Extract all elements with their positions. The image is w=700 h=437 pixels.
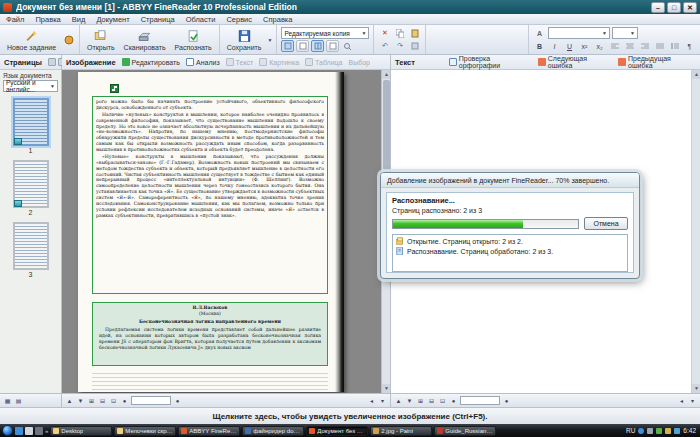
page-thumbnail-1[interactable]: 1 <box>13 98 49 154</box>
superscript-button[interactable]: x² <box>578 40 591 52</box>
italic-button[interactable]: I <box>548 40 561 52</box>
zoom-window-icon[interactable] <box>341 40 354 52</box>
next-error-button[interactable]: Следующая ошибка <box>538 55 612 69</box>
minimize-button[interactable]: – <box>651 2 665 13</box>
bold-button[interactable]: B <box>533 40 546 52</box>
fit-auto-icon[interactable]: ⊡ <box>109 396 118 405</box>
status-bar[interactable]: Щелкните здесь, чтобы увидеть увеличенно… <box>0 407 700 424</box>
text-fit-auto-icon[interactable]: ⊡ <box>438 396 447 405</box>
menu-edit[interactable]: Правка <box>35 15 60 24</box>
align-left-icon[interactable] <box>608 40 621 52</box>
taskbar-item-melochevki[interactable]: Мелочевки скри... <box>114 426 176 436</box>
save-button[interactable]: Сохранить <box>224 28 265 52</box>
underline-button[interactable]: U <box>563 40 576 52</box>
open-button[interactable]: Открыть <box>84 28 118 52</box>
page-thumbnail-2[interactable]: 2 <box>13 160 49 216</box>
align-right-icon[interactable] <box>638 40 651 52</box>
new-task-button[interactable]: Новое задание <box>4 28 59 52</box>
text-area-button[interactable]: Текст <box>226 58 254 66</box>
layout-image-toggle[interactable] <box>296 40 309 52</box>
text-fit-page-icon[interactable]: ⊟ <box>427 396 436 405</box>
layout-split-toggle[interactable] <box>311 40 324 52</box>
image-pane-collapse-icon[interactable]: ▾ <box>378 396 387 405</box>
subscript-button[interactable]: x₂ <box>593 40 606 52</box>
taskbar-item-document-active[interactable]: Документ без им... <box>306 426 368 436</box>
next-page-icon[interactable]: ▼ <box>76 396 85 405</box>
selected-text-area[interactable]: В.Л.Васюков (Москва) Бесконечнозначная л… <box>92 302 328 366</box>
quick-launch-overflow-icon[interactable]: » <box>45 428 48 434</box>
volume-tray-icon[interactable] <box>674 428 680 434</box>
assistant-icon[interactable] <box>62 34 75 46</box>
picture-area-button[interactable]: Картинка <box>259 58 299 66</box>
menu-help[interactable]: Справка <box>263 15 292 24</box>
prev-page-icon[interactable]: ▲ <box>65 396 74 405</box>
text-fit-width-icon[interactable]: ⊞ <box>416 396 425 405</box>
language-indicator[interactable]: RU <box>626 427 635 434</box>
delete-icon[interactable]: ✕ <box>378 27 391 39</box>
layout-text-toggle[interactable] <box>326 40 339 52</box>
text-zoom-combo[interactable] <box>460 396 500 405</box>
redo-icon[interactable]: ↷ <box>393 40 406 52</box>
taskbar-item-pdf[interactable]: Guide_Russian.pdf... <box>434 426 496 436</box>
cancel-button[interactable]: Отмена <box>584 217 628 230</box>
mail-icon[interactable] <box>25 427 33 435</box>
scanned-page[interactable]: рого можно было бы начинать построение у… <box>78 72 344 392</box>
zoom-out-icon[interactable]: ● <box>120 396 129 405</box>
help-tray-icon[interactable] <box>638 428 644 434</box>
paragraph-icon[interactable]: ¶ <box>683 40 696 52</box>
antivirus-tray-icon[interactable] <box>656 428 662 434</box>
image-pane-expand-icon[interactable]: ◂ <box>367 396 376 405</box>
font-color-icon[interactable]: A <box>533 27 546 39</box>
status-bar-hint[interactable]: Щелкните здесь, чтобы увидеть увеличенно… <box>212 412 487 421</box>
text-zoom-in-icon[interactable]: ● <box>502 396 511 405</box>
analyze-button[interactable]: Анализ <box>186 58 220 66</box>
save-dropdown-arrow-icon[interactable]: ▼ <box>267 37 272 43</box>
recognize-button[interactable]: Распознать <box>172 28 215 52</box>
taskbar-item-desktop[interactable]: Desktop <box>50 426 112 436</box>
select-area-button[interactable]: Выбор <box>349 59 371 66</box>
page-thumbnail-3[interactable]: 3 <box>13 222 49 278</box>
font-size-combo[interactable]: ▼ <box>612 27 638 39</box>
align-center-icon[interactable] <box>623 40 636 52</box>
font-name-combo[interactable]: ▼ <box>548 27 610 39</box>
layout-pages-toggle[interactable] <box>281 40 294 52</box>
start-button[interactable] <box>2 425 13 436</box>
image-zoom-combo[interactable] <box>131 396 171 405</box>
menu-file[interactable]: Файл <box>6 15 24 24</box>
document-language-combo[interactable]: Русский и английс...▼ <box>3 80 58 92</box>
menu-tools[interactable]: Сервис <box>226 15 252 24</box>
taskbar-item-paint[interactable]: 2.jpg - Paint <box>370 426 432 436</box>
options-icon[interactable] <box>408 40 421 52</box>
text-pane-collapse-icon[interactable]: ▾ <box>688 396 697 405</box>
zoom-in-icon[interactable]: ● <box>173 396 182 405</box>
align-justify-icon[interactable] <box>653 40 666 52</box>
pages-panel-menu-icon[interactable] <box>48 58 56 66</box>
text-pane-expand-icon[interactable]: ◂ <box>677 396 686 405</box>
clock[interactable]: 6:42 <box>683 427 696 434</box>
fit-page-icon[interactable]: ⊟ <box>98 396 107 405</box>
network-tray-icon[interactable] <box>665 428 671 434</box>
update-tray-icon[interactable] <box>647 428 653 434</box>
maximize-button[interactable]: □ <box>667 2 681 13</box>
text-scrollbar[interactable]: ▲▼ <box>691 70 700 393</box>
list-icon[interactable] <box>668 40 681 52</box>
table-area-button[interactable]: Таблица <box>305 58 342 66</box>
taskbar-item-word-doc[interactable]: файнридер docx -... <box>242 426 304 436</box>
close-button[interactable]: ✕ <box>683 2 697 13</box>
menu-areas[interactable]: Области <box>186 15 216 24</box>
scan-button[interactable]: Сканировать <box>121 28 169 52</box>
show-desktop-icon[interactable] <box>35 427 43 435</box>
paste-icon[interactable] <box>408 27 421 39</box>
spellcheck-button[interactable]: Проверка орфографии <box>449 55 532 69</box>
recognized-text-area[interactable]: рого можно было бы начинать построение у… <box>92 96 328 294</box>
text-zoom-out-icon[interactable]: ● <box>449 396 458 405</box>
fit-width-icon[interactable]: ⊞ <box>87 396 96 405</box>
internet-explorer-icon[interactable] <box>15 427 23 435</box>
menu-page[interactable]: Страница <box>141 15 175 24</box>
thumb-size-icon[interactable]: ▦ <box>3 396 12 405</box>
menu-document[interactable]: Документ <box>96 15 129 24</box>
undo-icon[interactable]: ↶ <box>378 40 391 52</box>
taskbar-item-abbyy[interactable]: ABBYY FineReader... <box>178 426 240 436</box>
copy-icon[interactable] <box>393 27 406 39</box>
menu-view[interactable]: Вид <box>72 15 86 24</box>
